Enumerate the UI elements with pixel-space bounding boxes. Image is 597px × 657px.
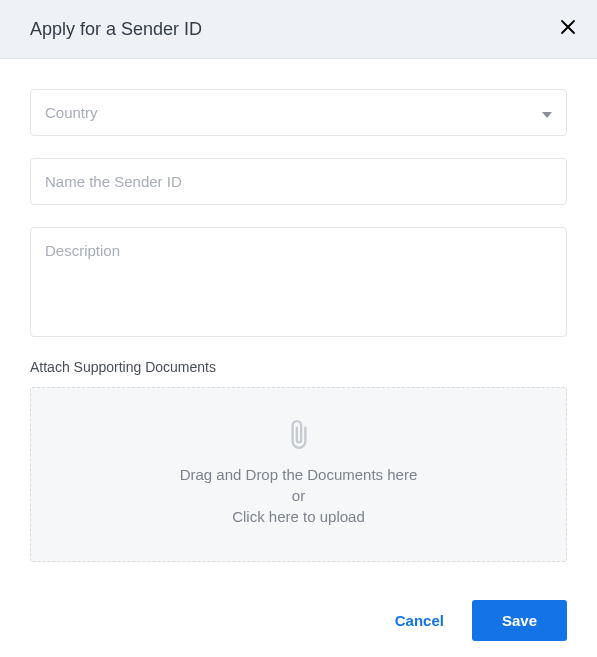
dropzone-line-1: Drag and Drop the Documents here [41, 464, 556, 485]
dropzone-line-2: or [41, 485, 556, 506]
sender-id-name-input[interactable] [45, 173, 552, 190]
sender-id-name-field-wrapper [30, 158, 567, 205]
description-field-wrapper [30, 227, 567, 337]
attachment-dropzone[interactable]: Drag and Drop the Documents here or Clic… [30, 387, 567, 562]
chevron-down-icon [542, 104, 552, 121]
close-button[interactable] [559, 18, 577, 40]
description-textarea[interactable] [45, 242, 552, 276]
paperclip-icon [41, 418, 556, 452]
form-body: Country Attach Supporting Documents Drag… [0, 59, 597, 562]
attach-section-label: Attach Supporting Documents [30, 359, 567, 375]
dialog-title: Apply for a Sender ID [30, 19, 202, 40]
cancel-button[interactable]: Cancel [395, 612, 444, 629]
dialog-header: Apply for a Sender ID [0, 0, 597, 59]
close-icon [559, 18, 577, 40]
country-select[interactable]: Country [30, 89, 567, 136]
country-placeholder: Country [45, 104, 542, 121]
dropzone-line-3: Click here to upload [41, 506, 556, 527]
dialog-footer: Cancel Save [395, 600, 567, 641]
save-button[interactable]: Save [472, 600, 567, 641]
